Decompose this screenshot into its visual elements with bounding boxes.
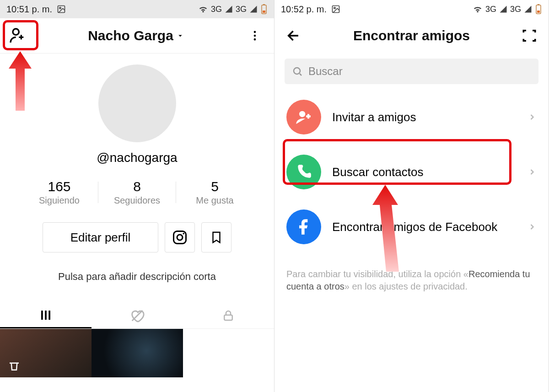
svg-rect-4 — [263, 11, 265, 13]
network-label-1: 3G — [485, 5, 496, 14]
privacy-hint: Para cambiar tu visibilidad, utiliza la … — [274, 254, 549, 293]
svg-point-19 — [334, 7, 335, 9]
network-label-2: 3G — [236, 5, 247, 14]
svg-point-23 — [294, 68, 300, 74]
svg-point-24 — [299, 111, 305, 117]
video-grid — [0, 329, 274, 377]
search-input[interactable]: Buscar — [285, 59, 538, 84]
privacy-hint-post: » en los ajustes de privacidad. — [344, 281, 468, 291]
stats-row: 165 Siguiendo 8 Seguidores 5 Me gusta — [0, 179, 274, 206]
back-button[interactable] — [284, 26, 304, 46]
wifi-icon — [198, 4, 208, 14]
network-label-2: 3G — [510, 5, 521, 14]
chevron-right-icon — [527, 222, 537, 231]
tab-private[interactable] — [183, 303, 274, 328]
option-invite-friends[interactable]: Invitar a amigos — [274, 90, 549, 145]
stat-likes-label: Me gusta — [176, 195, 254, 206]
signal-icon-1 — [225, 5, 233, 13]
video-thumbnail[interactable] — [92, 329, 183, 377]
add-bio-prompt[interactable]: Pulsa para añadir descripción corta — [0, 271, 274, 283]
signal-icon-2 — [249, 5, 258, 13]
battery-icon — [535, 4, 542, 15]
stat-likes-count: 5 — [176, 179, 254, 194]
option-facebook-friends[interactable]: Encontrar amigos de Facebook — [274, 199, 549, 254]
status-time: 10:51 p. m. — [6, 4, 52, 15]
svg-point-10 — [177, 235, 183, 240]
option-find-contacts[interactable]: Buscar contactos — [274, 145, 549, 199]
username: @nachogarga — [0, 150, 274, 165]
stat-likes[interactable]: 5 Me gusta — [176, 179, 254, 206]
phone-profile-screenshot: 10:51 p. m. 3G 3G — [0, 0, 274, 392]
status-bar: 10:52 p. m. 3G 3G — [274, 0, 549, 18]
stat-following-count: 165 — [21, 179, 98, 194]
svg-point-8 — [254, 38, 256, 41]
search-placeholder: Buscar — [308, 65, 343, 78]
svg-point-5 — [13, 29, 19, 35]
status-time: 10:52 p. m. — [281, 4, 327, 15]
tab-liked[interactable] — [92, 303, 183, 328]
svg-point-6 — [254, 31, 256, 33]
invite-icon — [286, 100, 321, 134]
more-menu-button[interactable] — [245, 26, 265, 46]
status-bar: 10:51 p. m. 3G 3G — [0, 0, 274, 18]
bookmark-button[interactable] — [201, 222, 231, 252]
page-title-text: Encontrar amigos — [353, 28, 470, 43]
svg-rect-3 — [263, 4, 265, 5]
svg-rect-22 — [537, 11, 540, 13]
svg-point-11 — [183, 233, 185, 235]
stat-followers[interactable]: 8 Seguidores — [98, 179, 176, 206]
video-thumbnail[interactable] — [0, 329, 92, 377]
option-contacts-label: Buscar contactos — [332, 165, 517, 179]
svg-rect-16 — [224, 315, 232, 320]
stat-following-label: Siguiendo — [21, 195, 98, 206]
qr-scan-button[interactable] — [519, 26, 539, 46]
svg-rect-13 — [45, 311, 47, 320]
network-label-1: 3G — [211, 5, 222, 14]
svg-rect-12 — [41, 311, 43, 320]
signal-icon-2 — [524, 5, 532, 13]
pinned-icon — [7, 359, 21, 373]
facebook-icon — [286, 209, 321, 244]
chevron-right-icon — [527, 113, 537, 122]
edit-profile-button[interactable]: Editar perfil — [43, 222, 159, 252]
privacy-hint-pre: Para cambiar tu visibilidad, utiliza la … — [286, 269, 468, 279]
wifi-icon — [473, 4, 483, 14]
profile-name: Nacho Garga — [88, 28, 173, 43]
stat-followers-count: 8 — [98, 179, 176, 194]
find-friends-header: Encontrar amigos — [274, 18, 549, 53]
option-facebook-label: Encontrar amigos de Facebook — [332, 220, 517, 234]
option-invite-label: Invitar a amigos — [332, 110, 517, 124]
svg-rect-21 — [538, 4, 539, 5]
tab-posts[interactable] — [0, 303, 92, 328]
phone-find-friends-screenshot: 10:52 p. m. 3G 3G En — [274, 0, 549, 392]
profile-tabs — [0, 303, 274, 329]
svg-rect-14 — [48, 311, 50, 320]
profile-name-dropdown[interactable]: Nacho Garga — [88, 28, 184, 43]
profile-header: Nacho Garga — [0, 18, 274, 53]
instagram-link-button[interactable] — [165, 222, 195, 252]
add-friends-button[interactable] — [7, 26, 27, 46]
image-icon — [57, 5, 66, 14]
search-icon — [292, 66, 303, 77]
svg-point-7 — [254, 35, 256, 37]
stat-following[interactable]: 165 Siguiendo — [21, 179, 98, 206]
chevron-right-icon — [527, 167, 537, 177]
battery-icon — [260, 4, 268, 15]
stat-followers-label: Seguidores — [98, 195, 176, 206]
phone-icon — [286, 155, 321, 189]
svg-point-1 — [59, 7, 61, 9]
page-title: Encontrar amigos — [353, 28, 470, 43]
image-icon — [331, 5, 340, 14]
signal-icon-1 — [499, 5, 507, 13]
chevron-down-icon — [176, 32, 184, 40]
avatar[interactable] — [98, 64, 176, 142]
